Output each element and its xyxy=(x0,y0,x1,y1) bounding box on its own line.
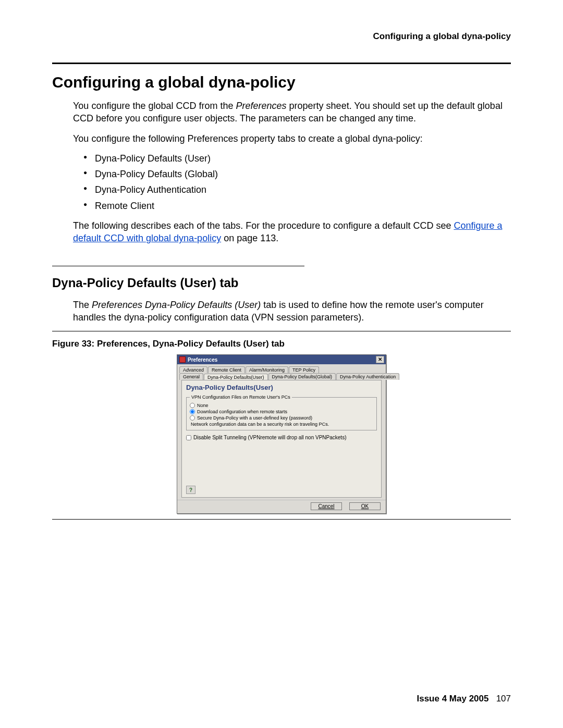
radio-secure[interactable] xyxy=(190,415,195,421)
tab-remote-client[interactable]: Remote Client xyxy=(208,366,245,373)
preferences-dialog: Preferences ✕ Advanced Remote Client Ala… xyxy=(177,354,386,514)
emphasis-preferences: Preferences xyxy=(236,101,287,111)
dialog-pane: Dyna-Policy Defaults(User) VPN Configura… xyxy=(181,380,382,498)
intro-paragraph-3: The following describes each of the tabs… xyxy=(73,219,511,245)
dialog-titlebar[interactable]: Preferences ✕ xyxy=(177,355,386,364)
tab-general[interactable]: General xyxy=(179,373,203,380)
running-header: Configuring a global dyna-policy xyxy=(52,31,511,42)
tab-list: Dyna-Policy Defaults (User) Dyna-Policy … xyxy=(83,152,511,212)
section-title: Configuring a global dyna-policy xyxy=(52,73,511,91)
radio-none-label: None xyxy=(197,403,209,408)
text: The xyxy=(73,300,92,310)
checkbox-disable-split-tunneling[interactable] xyxy=(186,435,191,440)
rule-top xyxy=(52,63,511,64)
figure-rule-bottom xyxy=(52,519,511,520)
radio-secure-label: Secure Dyna-Policy with a user-defined k… xyxy=(197,415,312,421)
list-item: Dyna-Policy Defaults (User) xyxy=(83,152,511,165)
page-footer: Issue 4 May 2005 107 xyxy=(417,694,511,704)
dialog-button-bar: Cancel OK xyxy=(177,500,386,513)
subsection-title: Dyna-Policy Defaults (User) tab xyxy=(52,276,511,290)
subsection-paragraph: The Preferences Dyna-Policy Defaults (Us… xyxy=(73,299,511,324)
close-icon[interactable]: ✕ xyxy=(376,356,384,363)
text: You configure the global CCD from the xyxy=(73,101,236,111)
tab-alarm-monitoring[interactable]: Alarm/Monitoring xyxy=(246,366,288,373)
tab-dyna-policy-authentication[interactable]: Dyna-Policy Authentication xyxy=(336,373,399,380)
tab-dyna-policy-defaults-global[interactable]: Dyna-Policy Defaults(Global) xyxy=(268,373,336,380)
radio-download-label: Download configuration when remote start… xyxy=(197,409,287,414)
help-icon[interactable]: ? xyxy=(186,486,195,494)
checkbox-label: Disable Split Tunneling (VPNremote will … xyxy=(193,435,346,440)
text: The following describes each of the tabs… xyxy=(73,220,454,231)
tab-advanced[interactable]: Advanced xyxy=(179,366,207,373)
footer-issue: Issue 4 May 2005 xyxy=(417,694,488,704)
group-legend: VPN Configuration Files on Remote User's… xyxy=(190,394,292,400)
radio-none[interactable] xyxy=(190,403,195,408)
ok-button[interactable]: OK xyxy=(349,502,381,510)
emphasis-tab-name: Preferences Dyna-Policy Defaults (User) xyxy=(92,300,261,310)
cancel-button[interactable]: Cancel xyxy=(311,502,342,510)
rule-subsection xyxy=(52,266,304,266)
dialog-title: Preferences xyxy=(188,357,217,363)
dialog-tabs: Advanced Remote Client Alarm/Monitoring … xyxy=(177,364,386,498)
pane-title: Dyna-Policy Defaults(User) xyxy=(186,384,377,391)
vpn-config-group: VPN Configuration Files on Remote User's… xyxy=(186,394,377,430)
list-item: Dyna-Policy Defaults (Global) xyxy=(83,168,511,180)
intro-paragraph-2: You configure the following Preferences … xyxy=(73,132,511,145)
group-note: Network configuration data can be a secu… xyxy=(191,422,373,427)
list-item: Remote Client xyxy=(83,200,511,212)
footer-page: 107 xyxy=(496,694,511,704)
app-icon xyxy=(179,356,186,363)
list-item: Dyna-Policy Authentication xyxy=(83,183,511,196)
figure-rule-top xyxy=(52,331,511,331)
radio-download[interactable] xyxy=(190,409,195,414)
text: on page 113. xyxy=(221,233,278,243)
tab-tep-policy[interactable]: TEP Policy xyxy=(289,366,319,373)
figure-caption: Figure 33: Preferences, Dyna-Policy Defa… xyxy=(52,339,511,349)
intro-paragraph-1: You configure the global CCD from the Pr… xyxy=(73,100,511,125)
